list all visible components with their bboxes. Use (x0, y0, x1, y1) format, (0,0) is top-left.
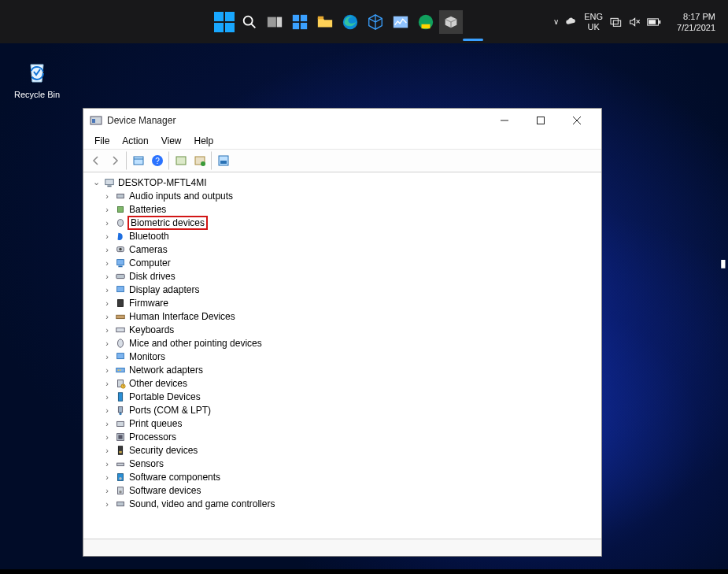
category-label: Cameras (129, 244, 168, 255)
close-button[interactable] (559, 109, 595, 132)
app-button-1[interactable] (364, 10, 387, 34)
device-manager-taskbar-button[interactable] (439, 10, 463, 34)
collapse-icon[interactable]: ⌄ (91, 177, 101, 187)
device-category[interactable]: ›Computer (102, 256, 600, 269)
edge-canary-button[interactable] (414, 10, 438, 34)
titlebar[interactable]: Device Manager (83, 109, 601, 132)
expand-icon[interactable]: › (102, 258, 112, 268)
start-button[interactable] (212, 10, 236, 34)
device-category[interactable]: ›Security devices (102, 443, 600, 457)
expand-icon[interactable]: › (102, 379, 112, 388)
device-category[interactable]: ›Human Interface Devices (102, 309, 600, 323)
expand-icon[interactable]: › (102, 392, 112, 402)
device-category[interactable]: ›Keyboards (102, 323, 600, 336)
tray-chevron-icon[interactable]: ∨ (553, 17, 559, 26)
expand-icon[interactable]: › (102, 406, 112, 415)
device-category[interactable]: ›Portable Devices (102, 390, 600, 403)
device-category[interactable]: ›Sensors (102, 457, 600, 470)
svg-rect-31 (176, 157, 186, 165)
device-category[interactable]: ›Cameras (102, 243, 600, 256)
expand-icon[interactable]: › (102, 218, 112, 228)
minimize-button[interactable] (486, 109, 523, 132)
menu-help[interactable]: Help (188, 134, 220, 148)
device-category[interactable]: ›Bluetooth (102, 229, 600, 243)
svg-rect-22 (92, 119, 95, 123)
category-label: Software devices (129, 485, 201, 496)
device-category[interactable]: ›Processors (102, 430, 600, 443)
category-label: Software components (129, 472, 220, 483)
expand-icon[interactable]: › (102, 205, 112, 214)
expand-icon[interactable]: › (102, 472, 112, 482)
file-explorer-button[interactable] (313, 10, 337, 34)
device-category[interactable]: ›Disk drives (102, 269, 600, 283)
edge-button[interactable] (338, 10, 362, 34)
forward-button[interactable] (105, 151, 124, 170)
properties-button[interactable] (214, 151, 233, 170)
recycle-bin[interactable]: Recycle Bin (9, 58, 65, 99)
expand-icon[interactable]: › (102, 339, 112, 348)
onedrive-icon[interactable] (565, 16, 578, 28)
expand-icon[interactable]: › (102, 419, 112, 428)
menu-action[interactable]: Action (116, 134, 154, 148)
network-icon[interactable] (609, 17, 622, 28)
expand-icon[interactable]: › (102, 446, 112, 455)
clock[interactable]: 8:17 PM 7/21/2021 (677, 11, 715, 33)
device-category[interactable]: ›!Other devices (102, 376, 600, 390)
device-category[interactable]: ›Print queues (102, 417, 600, 430)
maximize-button[interactable] (523, 109, 559, 132)
toolbar-sep-3 (211, 151, 212, 170)
expand-icon[interactable]: › (102, 298, 112, 308)
device-category[interactable]: ›Sound, video and game controllers (102, 497, 600, 510)
device-category[interactable]: ›Biometric devices (102, 216, 600, 229)
widgets-button[interactable] (288, 10, 312, 34)
app-button-2[interactable] (389, 10, 412, 34)
svg-rect-64 (118, 446, 122, 454)
device-category[interactable]: ›Firmware (102, 296, 600, 309)
expand-icon[interactable]: › (102, 231, 112, 241)
expand-icon[interactable]: › (102, 191, 112, 201)
category-label: Portable Devices (129, 391, 201, 402)
category-icon (114, 217, 127, 229)
active-app-underline (463, 39, 483, 41)
battery-icon[interactable] (647, 17, 661, 27)
svg-rect-45 (116, 274, 125, 278)
expand-icon[interactable]: › (102, 245, 112, 254)
device-category[interactable]: ›Network adapters (102, 363, 600, 376)
menu-file[interactable]: File (88, 134, 116, 148)
device-category[interactable]: ›Mice and other pointing devices (102, 336, 600, 350)
tree-root[interactable]: ⌄ DESKTOP-MFTL4MI (85, 176, 600, 189)
menu-view[interactable]: View (155, 134, 188, 148)
device-tree[interactable]: ⌄ DESKTOP-MFTL4MI ›Audio inputs and outp… (83, 172, 601, 539)
device-category[interactable]: ›Software devices (102, 483, 600, 497)
expand-icon[interactable]: › (102, 432, 112, 442)
expand-icon[interactable]: › (102, 365, 112, 375)
device-category[interactable]: ›Display adapters (102, 283, 600, 296)
expand-icon[interactable]: › (102, 325, 112, 335)
svg-rect-18 (659, 20, 660, 23)
device-category[interactable]: ›Ports (COM & LPT) (102, 403, 600, 417)
search-button[interactable] (238, 10, 261, 34)
svg-rect-19 (649, 20, 656, 24)
taskview-button[interactable] (263, 10, 286, 34)
back-button[interactable] (87, 151, 105, 170)
volume-mute-icon[interactable] (628, 16, 641, 28)
category-icon (114, 283, 127, 296)
help-button[interactable]: ? (148, 151, 167, 170)
device-category[interactable]: ›Batteries (102, 202, 600, 216)
show-hidden-button[interactable] (129, 151, 148, 170)
svg-rect-5 (301, 14, 307, 20)
expand-icon[interactable]: › (102, 499, 112, 509)
expand-icon[interactable]: › (102, 486, 112, 495)
scan-button[interactable] (172, 151, 190, 170)
expand-icon[interactable]: › (102, 285, 112, 294)
device-category[interactable]: ›Software components (102, 470, 600, 483)
device-category[interactable]: ›Audio inputs and outputs (102, 189, 600, 202)
language-indicator[interactable]: ENG UK (584, 12, 603, 32)
device-category[interactable]: ›Monitors (102, 350, 600, 363)
expand-icon[interactable]: › (102, 459, 112, 468)
expand-icon[interactable]: › (102, 272, 112, 281)
expand-icon[interactable]: › (102, 312, 112, 321)
window-controls (486, 109, 595, 132)
expand-icon[interactable]: › (102, 352, 112, 361)
refresh-button[interactable] (190, 151, 209, 170)
